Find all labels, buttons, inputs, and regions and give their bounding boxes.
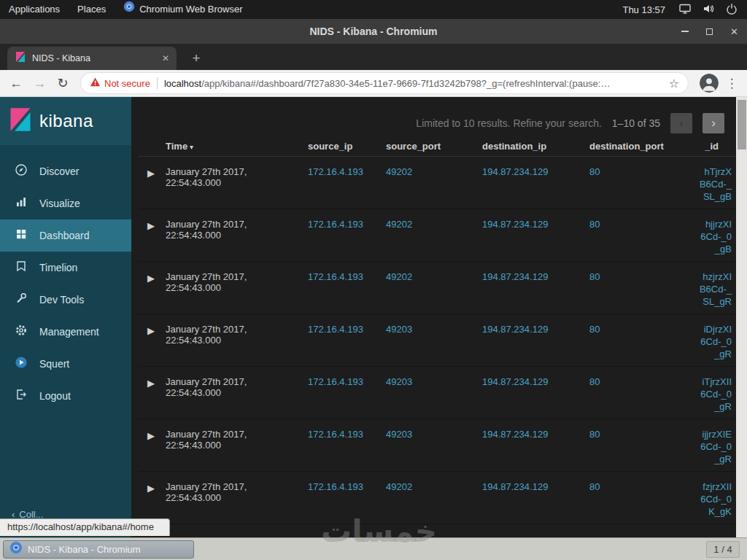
display-icon[interactable] (678, 2, 692, 18)
cell-source-ip[interactable]: 172.16.4.193 (303, 271, 381, 282)
taskbar-window-button[interactable]: NIDS - Kibana - Chromium (3, 540, 194, 559)
column-header-source-port[interactable]: source_port (381, 141, 477, 152)
window-title-bar[interactable]: NIDS - Kibana - Chromium ✕ (0, 19, 747, 44)
bookmark-star-icon[interactable]: ☆ (669, 77, 679, 90)
cell-source-port[interactable]: 49202 (381, 219, 477, 230)
cell-destination-port[interactable]: 80 (584, 481, 678, 492)
sidebar-item-visualize[interactable]: Visualize (0, 187, 131, 219)
kibana-logo-icon (7, 106, 34, 136)
volume-icon[interactable] (702, 2, 715, 18)
scrollbar-thumb[interactable] (738, 100, 746, 149)
address-bar[interactable]: Not secure localhost/app/kibana#/dashboa… (80, 72, 689, 94)
cell-source-ip[interactable]: 172.16.4.193 (303, 429, 381, 440)
cell-destination-port[interactable]: 80 (584, 166, 678, 177)
new-tab-button[interactable]: + (187, 49, 206, 68)
cell-id[interactable]: hjjrzXI6Cd-_0_gB (678, 219, 736, 256)
cell-source-port[interactable]: 49202 (381, 271, 477, 282)
cell-source-ip[interactable]: 172.16.4.193 (303, 481, 381, 492)
expand-row-icon[interactable]: ▶ (139, 271, 160, 284)
cell-destination-port[interactable]: 80 (584, 324, 678, 335)
column-header-destination-ip[interactable]: destination_ip (477, 141, 584, 152)
sidebar-item-discover[interactable]: Discover (0, 155, 131, 187)
applications-menu[interactable]: Applications (0, 0, 69, 19)
cell-destination-ip[interactable]: 194.87.234.129 (477, 219, 584, 230)
sidebar-item-management[interactable]: Management (0, 316, 131, 348)
cell-source-port[interactable]: 49203 (381, 324, 477, 335)
back-icon[interactable]: ← (4, 71, 28, 95)
cell-source-port[interactable]: 49203 (381, 376, 477, 387)
expand-row-icon[interactable]: ▶ (139, 376, 160, 389)
expand-row-icon[interactable]: ▶ (139, 166, 160, 179)
browser-menu-icon[interactable]: ⋮ (724, 76, 740, 91)
sidebar-item-squert[interactable]: Squert (0, 348, 131, 380)
cell-id[interactable]: iTjrzXII6Cd-_0_gR (678, 376, 736, 413)
cell-source-port[interactable]: 49202 (381, 166, 477, 177)
not-secure-warning-icon[interactable] (90, 77, 101, 90)
results-header-row: Time▾ source_ip source_port destination_… (139, 141, 736, 157)
workspace-pager[interactable]: 1 / 4 (706, 541, 740, 558)
cell-source-port[interactable]: 49203 (381, 429, 477, 440)
cell-source-port[interactable]: 49202 (381, 481, 477, 492)
cell-source-ip[interactable]: 172.16.4.193 (303, 166, 381, 177)
profile-avatar[interactable] (700, 74, 719, 93)
power-icon[interactable] (725, 2, 738, 18)
expand-row-icon[interactable]: ▶ (139, 429, 160, 441)
previous-page-button[interactable]: ‹ (670, 113, 692, 133)
reload-icon[interactable]: ↻ (51, 71, 74, 95)
cell-destination-port[interactable]: 80 (584, 376, 678, 387)
tab-close-icon[interactable]: ✕ (162, 53, 169, 63)
cell-source-ip[interactable]: 172.16.4.193 (303, 376, 381, 387)
cell-destination-port[interactable]: 80 (584, 429, 678, 440)
result-range: 1–10 of 35 (612, 117, 660, 129)
sidebar-item-devtools[interactable]: Dev Tools (0, 284, 131, 316)
kibana-logo[interactable]: kibana (0, 97, 131, 145)
cell-destination-ip[interactable]: 194.87.234.129 (477, 166, 584, 177)
cell-destination-ip[interactable]: 194.87.234.129 (477, 429, 584, 440)
clock[interactable]: Thu 13:57 (622, 4, 665, 15)
places-menu[interactable]: Places (69, 0, 115, 19)
cell-source-ip[interactable]: 172.16.4.193 (303, 219, 381, 230)
column-header-source-ip[interactable]: source_ip (303, 141, 381, 152)
browser-tab[interactable]: NIDS - Kibana ✕ (7, 47, 177, 70)
cell-time: January 27th 2017, 22:54:43.000 (160, 271, 303, 293)
cell-time: January 27th 2017, 22:54:43.000 (160, 166, 303, 188)
cell-source-ip[interactable]: 172.16.4.193 (303, 324, 381, 335)
cell-destination-port[interactable]: 80 (584, 271, 678, 282)
minimize-button[interactable] (681, 31, 689, 32)
column-header-destination-port[interactable]: destination_port (584, 141, 678, 152)
cell-id[interactable]: hzjrzXIB6Cd-_SL_gR (678, 271, 736, 308)
cell-id[interactable]: iDjrzXI6Cd-_0_gR (678, 324, 736, 361)
forward-icon[interactable]: → (28, 71, 51, 95)
cell-time: January 27th 2017, 22:54:43.000 (160, 376, 303, 398)
column-header-id[interactable]: _id (678, 141, 736, 152)
cell-id[interactable]: fzjrzXII6Cd-_0K_gK (678, 481, 736, 518)
close-button[interactable]: ✕ (730, 27, 738, 36)
page-scrollbar[interactable] (736, 97, 747, 537)
cell-destination-ip[interactable]: 194.87.234.129 (477, 324, 584, 335)
expand-row-icon[interactable]: ▶ (139, 324, 160, 336)
system-top-bar: Applications Places Chromium Web Browser… (0, 0, 747, 19)
expand-row-icon[interactable]: ▶ (139, 481, 160, 494)
cell-id[interactable]: ijjrzXIE6Cd-_0_gR (678, 429, 736, 466)
expand-row-icon[interactable]: ▶ (139, 219, 160, 231)
column-header-time[interactable]: Time▾ (160, 141, 303, 152)
cell-destination-ip[interactable]: 194.87.234.129 (477, 376, 584, 387)
cell-destination-port[interactable]: 80 (584, 219, 678, 230)
active-app-menu[interactable]: Chromium Web Browser (115, 0, 251, 19)
sidebar-item-timelion[interactable]: Timelion (0, 252, 131, 284)
security-label[interactable]: Not secure (104, 78, 150, 89)
table-row: ▶ January 27th 2017, 22:54:43.000 172.16… (139, 419, 736, 472)
sidebar-item-label: Visualize (39, 198, 80, 209)
next-page-button[interactable]: › (703, 113, 724, 133)
discover-icon (15, 163, 28, 179)
cell-destination-ip[interactable]: 194.87.234.129 (477, 481, 584, 492)
maximize-button[interactable] (706, 28, 713, 35)
active-app-label: Chromium Web Browser (139, 0, 242, 19)
url-text[interactable]: localhost/app/kibana#/dashboard/7f27a830… (164, 78, 663, 89)
dashboard-content: Limited to 10 results. Refine your searc… (131, 97, 736, 537)
sidebar-item-logout[interactable]: Logout (0, 380, 131, 412)
cell-destination-ip[interactable]: 194.87.234.129 (477, 271, 584, 282)
chromium-icon (123, 0, 135, 19)
sidebar-item-dashboard[interactable]: Dashboard (0, 219, 131, 252)
cell-id[interactable]: hTjrzXB6Cd-_SL_gB (678, 166, 736, 203)
